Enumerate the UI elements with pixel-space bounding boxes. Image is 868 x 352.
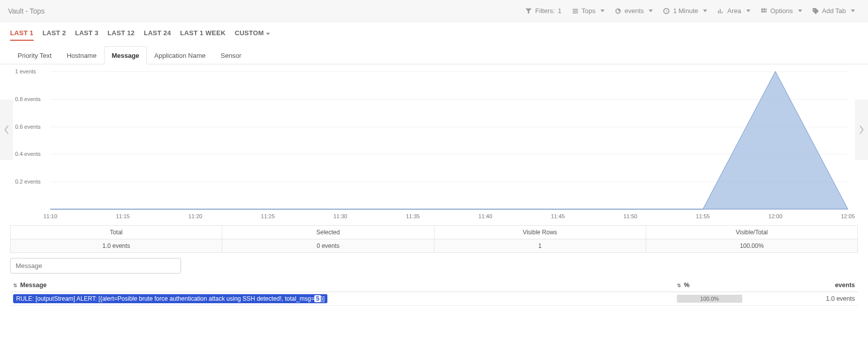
tag-icon	[812, 8, 819, 15]
charttype-dropdown[interactable]: Area	[712, 5, 755, 17]
col-events-header[interactable]: events	[808, 282, 858, 289]
caret-icon	[851, 10, 855, 12]
range-last12[interactable]: LAST 12	[108, 29, 135, 41]
caret-icon	[600, 10, 604, 12]
area-chart: 0.2 events0.4 events0.6 events0.8 events…	[15, 68, 858, 219]
table-row[interactable]: RULE: [outputStream] ALERT: [{alert=Posi…	[10, 292, 858, 306]
chevron-left-icon	[4, 125, 10, 135]
chart-area: 0.2 events0.4 events0.6 events0.8 events…	[0, 64, 868, 219]
filters-button[interactable]: Filters: 1	[520, 5, 566, 17]
caret-icon	[703, 10, 707, 12]
page-title: Vault - Tops	[8, 7, 45, 15]
dashboard-icon	[615, 8, 622, 15]
range-last2[interactable]: LAST 2	[43, 29, 66, 41]
caret-icon	[649, 10, 653, 12]
message-filter-input[interactable]	[10, 258, 181, 274]
chart-icon	[717, 8, 724, 15]
addtab-dropdown[interactable]: Add Tab	[807, 5, 860, 17]
range-last1[interactable]: LAST 1	[10, 29, 34, 41]
summary-total: Total 1.0 events	[11, 226, 222, 252]
col-pct-header[interactable]: ⇅ %	[677, 282, 808, 289]
summary-visible-total: Visible/Total 100.00%	[646, 226, 857, 252]
filter-icon	[525, 8, 532, 15]
topbar: Vault - Tops Filters: 1 Tops events 1 Mi…	[0, 0, 868, 22]
options-dropdown[interactable]: Options	[755, 5, 807, 17]
chart-prev-button[interactable]	[0, 100, 13, 160]
tops-dropdown[interactable]: Tops	[567, 5, 610, 17]
caret-icon	[746, 10, 750, 12]
sort-icon: ⇅	[13, 283, 17, 288]
range-last24[interactable]: LAST 24	[144, 29, 171, 41]
tab-hostname[interactable]: Hostname	[59, 46, 104, 64]
caret-icon	[798, 10, 802, 12]
list-icon	[572, 8, 579, 15]
events-dropdown[interactable]: events	[610, 5, 658, 17]
summary-visible-rows: Visible Rows 1	[435, 226, 646, 252]
range-custom[interactable]: CUSTOM	[235, 29, 270, 41]
range-last3[interactable]: LAST 3	[75, 29, 99, 41]
results-table: ⇅ Message ⇅ % events RULE: [outputStream…	[10, 279, 858, 306]
chevron-right-icon	[858, 125, 864, 135]
message-badge: RULE: [outputStream] ALERT: [{alert=Posi…	[13, 294, 327, 303]
tab-message[interactable]: Message	[104, 46, 147, 64]
time-range-tabs: LAST 1 LAST 2 LAST 3 LAST 12 LAST 24 LAS…	[0, 22, 868, 46]
row-events-value: 1.0 events	[808, 295, 858, 302]
tab-application-name[interactable]: Application Name	[147, 46, 213, 64]
interval-dropdown[interactable]: 1 Minute	[658, 5, 712, 17]
summary-selected: Selected 0 events	[222, 226, 434, 252]
tab-sensor[interactable]: Sensor	[213, 46, 249, 64]
range-last1week[interactable]: LAST 1 WEEK	[180, 29, 226, 41]
grid-icon	[760, 8, 767, 15]
clock-icon	[663, 8, 670, 15]
summary-row: Total 1.0 events Selected 0 events Visib…	[10, 225, 858, 253]
field-tabs: Priority Text Hostname Message Applicati…	[0, 46, 868, 64]
col-message-header[interactable]: ⇅ Message	[10, 282, 677, 289]
area-series	[50, 71, 848, 209]
sort-icon: ⇅	[677, 283, 681, 288]
percent-bar: 100.0%	[677, 295, 742, 303]
caret-icon	[266, 33, 270, 35]
tab-priority-text[interactable]: Priority Text	[10, 46, 59, 64]
